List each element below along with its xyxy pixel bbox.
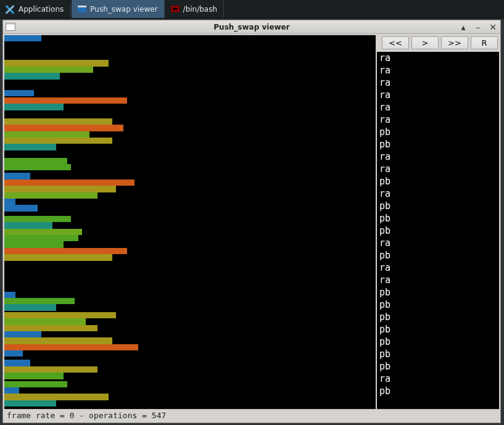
bar [4,138,112,144]
taskbar: Applications Push_swap viewer /bin/bash [0,0,504,19]
bar [4,67,93,73]
bar [4,394,109,400]
bar [4,337,112,344]
task-label: /bin/bash [183,5,217,14]
bar [4,241,64,247]
bar-row [4,344,376,350]
bar [4,60,109,66]
bar-row [4,131,376,138]
bar [4,350,23,357]
task-item-bash[interactable]: /bin/bash [165,0,224,18]
bar-row [4,241,376,247]
bar [4,164,71,170]
gap [4,261,376,292]
bar [4,205,38,211]
applications-menu[interactable]: Applications [0,0,68,18]
content-area: << > >> R ra ra ra ra ra ra pb pb ra ra … [4,35,499,409]
bar-row [4,104,376,110]
bar [4,366,97,373]
bar [4,173,30,179]
bar-row [4,381,376,387]
bar [4,248,127,254]
bar-row [4,331,376,337]
bar-row [4,138,376,144]
bar-row [4,400,376,406]
right-panel: << > >> R ra ra ra ra ra ra pb pb ra ra … [377,35,499,409]
fastfwd-button[interactable]: >> [441,36,468,49]
bar-row [4,248,376,254]
bar-row [4,118,376,125]
terminal-icon [171,6,180,12]
stack-canvas [4,35,376,409]
bar-row [4,304,376,310]
bar-row [4,90,376,96]
bar-row [4,67,376,73]
bar-row [4,337,376,344]
bar [4,318,86,324]
bar-row [4,173,376,179]
gap [4,212,376,216]
bar-row [4,192,376,199]
bar [4,387,19,394]
bar-row [4,235,376,241]
bar-row [4,216,376,222]
bar-row [4,199,376,205]
minimize-button[interactable]: – [473,22,483,32]
bar-row [4,387,376,394]
bar [4,381,67,387]
bar [4,179,134,186]
task-label: Push_swap viewer [90,5,157,14]
window-controls: ▴ – ✕ [458,22,498,32]
gap [4,406,376,409]
bar-row [4,164,376,170]
bar-row [4,373,376,379]
bar-row [4,292,376,298]
bar [4,254,112,260]
toolbar: << > >> R [377,35,499,52]
close-button[interactable]: ✕ [488,22,498,32]
bar-row [4,325,376,331]
bar-row [4,144,376,150]
xfce-icon [5,4,15,14]
bar-row [4,186,376,192]
bar [4,131,89,138]
bar [4,73,60,79]
bar-row [4,394,376,400]
bar [4,400,56,406]
window-title: Push_swap viewer [3,23,500,31]
bars-container [4,35,376,409]
bar [4,331,41,337]
bar [4,222,52,228]
bar [4,235,78,241]
window-icon [78,6,86,12]
bar [4,304,56,310]
bar [4,97,127,104]
gap [4,41,376,60]
bar-row [4,60,376,66]
bar-row [4,222,376,228]
bar-row [4,73,376,79]
gap [4,110,376,118]
titlebar[interactable]: Push_swap viewer ▴ – ✕ [3,20,500,34]
bar-row [4,179,376,186]
rollup-button[interactable]: ▴ [458,22,468,32]
applications-label: Applications [19,5,64,14]
bar [4,216,71,222]
bar [4,192,97,199]
bar [4,186,116,192]
bar [4,298,75,304]
bar-row [4,350,376,357]
bar [4,125,123,131]
reset-button[interactable]: R [471,36,498,49]
rewind-button[interactable]: << [382,36,409,49]
separator [70,3,70,15]
bar [4,344,138,350]
gap [4,151,376,158]
task-item-pushswap[interactable]: Push_swap viewer [72,0,164,18]
bar [4,144,56,150]
bar [4,360,30,366]
bar-row [4,205,376,211]
gap [4,80,376,90]
step-button[interactable]: > [411,36,439,49]
bar [4,373,64,379]
